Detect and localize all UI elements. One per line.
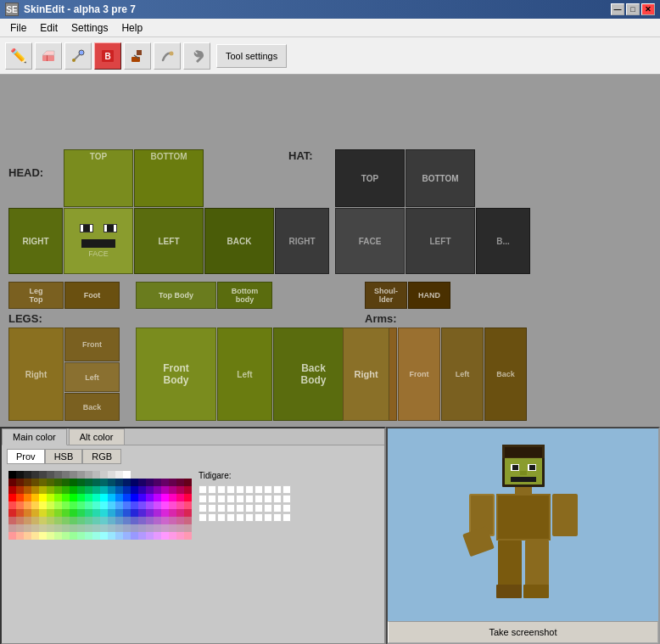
- color-cell[interactable]: [169, 532, 176, 540]
- minimize-btn[interactable]: —: [611, 3, 624, 15]
- color-cell[interactable]: [85, 524, 92, 532]
- color-cell[interactable]: [108, 532, 115, 540]
- color-cell[interactable]: [123, 471, 131, 479]
- color-cell[interactable]: [8, 517, 16, 524]
- body-left-block[interactable]: Left: [217, 328, 272, 421]
- menu-edit[interactable]: Edit: [33, 20, 64, 36]
- color-cell[interactable]: [115, 494, 123, 501]
- recent-color-cell[interactable]: [208, 495, 216, 503]
- color-cell[interactable]: [77, 532, 85, 540]
- hat-bottom-block[interactable]: BOTTOM: [406, 149, 475, 207]
- color-cell[interactable]: [161, 486, 169, 494]
- hat-top-block[interactable]: TOP: [335, 149, 405, 207]
- color-cell[interactable]: [54, 501, 62, 509]
- color-cell[interactable]: [31, 501, 39, 509]
- color-cell[interactable]: [115, 509, 123, 517]
- color-cell[interactable]: [108, 509, 115, 517]
- color-cell[interactable]: [54, 471, 62, 479]
- recent-color-cell[interactable]: [264, 495, 272, 503]
- arm-front-block[interactable]: Front: [398, 328, 440, 421]
- color-cell[interactable]: [24, 486, 31, 494]
- color-cell[interactable]: [138, 509, 146, 517]
- color-cell[interactable]: [115, 479, 123, 486]
- color-cell[interactable]: [39, 501, 47, 509]
- recent-color-cell[interactable]: [273, 504, 282, 512]
- color-cell[interactable]: [108, 471, 115, 479]
- recent-color-cell[interactable]: [208, 504, 216, 512]
- color-cell[interactable]: [16, 517, 24, 524]
- color-cell[interactable]: [169, 517, 176, 524]
- color-cell[interactable]: [154, 524, 161, 532]
- color-cell[interactable]: [100, 509, 108, 517]
- leg-front-block[interactable]: Front: [64, 328, 120, 361]
- color-cell[interactable]: [100, 494, 108, 501]
- color-cell[interactable]: [123, 524, 131, 532]
- color-cell[interactable]: [169, 494, 176, 501]
- recent-color-cell[interactable]: [264, 485, 272, 494]
- color-cell[interactable]: [31, 524, 39, 532]
- color-cell[interactable]: [62, 494, 70, 501]
- color-cell[interactable]: [85, 494, 92, 501]
- color-cell[interactable]: [131, 524, 138, 532]
- color-cell[interactable]: [85, 471, 92, 479]
- color-cell[interactable]: [154, 494, 161, 501]
- color-cell[interactable]: [8, 471, 16, 479]
- color-cell[interactable]: [108, 479, 115, 486]
- color-cell[interactable]: [31, 486, 39, 494]
- color-cell[interactable]: [100, 486, 108, 494]
- color-cell[interactable]: [100, 501, 108, 509]
- recent-color-cell[interactable]: [254, 504, 263, 512]
- color-cell[interactable]: [92, 486, 100, 494]
- maximize-btn[interactable]: □: [626, 3, 640, 15]
- color-cell[interactable]: [92, 479, 100, 486]
- color-cell[interactable]: [39, 471, 47, 479]
- recent-color-cell[interactable]: [273, 513, 282, 522]
- color-cell[interactable]: [47, 471, 54, 479]
- color-cell[interactable]: [8, 494, 16, 501]
- color-cell[interactable]: [138, 479, 146, 486]
- color-cell[interactable]: [31, 471, 39, 479]
- color-cell[interactable]: [77, 517, 85, 524]
- color-cell[interactable]: [70, 532, 77, 540]
- color-cell[interactable]: [100, 471, 108, 479]
- eraser-tool[interactable]: [35, 42, 62, 70]
- color-cell[interactable]: [146, 479, 154, 486]
- menu-help[interactable]: Help: [115, 20, 149, 36]
- color-cell[interactable]: [8, 501, 16, 509]
- color-cell[interactable]: [39, 509, 47, 517]
- arm-back-block[interactable]: Back: [484, 328, 527, 421]
- color-cell[interactable]: [146, 501, 154, 509]
- hat-right-block[interactable]: RIGHT: [275, 208, 329, 274]
- head-bottom-block[interactable]: BOTTOM: [134, 149, 204, 207]
- color-cell[interactable]: [123, 532, 131, 540]
- color-cell[interactable]: [92, 524, 100, 532]
- color-cell[interactable]: [108, 524, 115, 532]
- hat-left-block[interactable]: LEFT: [406, 208, 475, 274]
- recent-color-cell[interactable]: [282, 485, 291, 494]
- color-cell[interactable]: [31, 494, 39, 501]
- color-cell[interactable]: [100, 532, 108, 540]
- leg-left-label[interactable]: Left: [64, 362, 120, 392]
- color-cell[interactable]: [146, 532, 154, 540]
- color-cell[interactable]: [184, 479, 192, 486]
- color-cell[interactable]: [154, 486, 161, 494]
- top-body-block[interactable]: Top Body: [136, 282, 216, 309]
- color-cell[interactable]: [92, 501, 100, 509]
- color-cell[interactable]: [24, 517, 31, 524]
- recent-color-cell[interactable]: [254, 485, 263, 494]
- color-cell[interactable]: [100, 479, 108, 486]
- color-cell[interactable]: [115, 471, 123, 479]
- color-cell[interactable]: [154, 509, 161, 517]
- color-cell[interactable]: [70, 517, 77, 524]
- recent-color-cell[interactable]: [227, 495, 235, 503]
- color-cell[interactable]: [85, 486, 92, 494]
- color-cell[interactable]: [115, 524, 123, 532]
- color-cell[interactable]: [161, 524, 169, 532]
- color-cell[interactable]: [108, 486, 115, 494]
- color-cell[interactable]: [92, 532, 100, 540]
- color-cell[interactable]: [161, 501, 169, 509]
- color-cell[interactable]: [70, 494, 77, 501]
- leg-back-label[interactable]: Back: [64, 393, 120, 421]
- color-cell[interactable]: [77, 486, 85, 494]
- recent-color-cell[interactable]: [217, 504, 226, 512]
